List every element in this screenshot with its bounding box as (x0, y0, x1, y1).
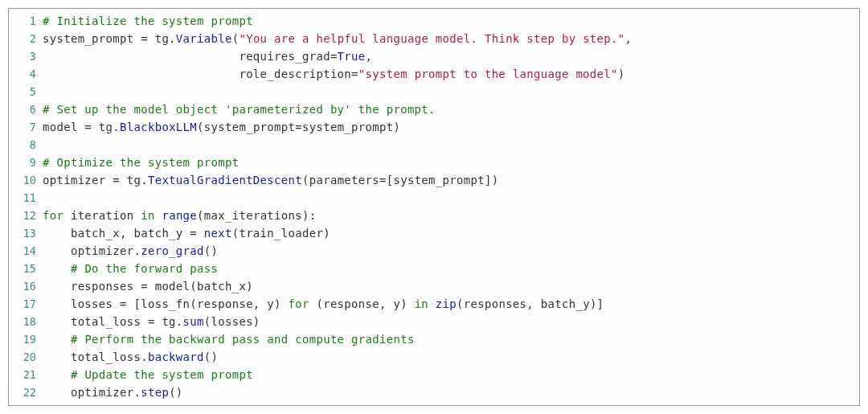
token-str: "You are a helpful language model. Think… (239, 32, 624, 45)
code-content: optimizer.zero_grad() (43, 242, 218, 260)
token-id: total_loss = tg. (43, 315, 183, 328)
code-line: 18 total_loss = tg.sum(losses) (9, 313, 859, 330)
code-content: # Set up the model object 'parameterized… (43, 100, 436, 118)
code-line: 8 (9, 136, 859, 154)
line-number: 12 (9, 207, 43, 224)
code-content: # Initialize the system prompt (43, 12, 253, 30)
token-id: (losses) (204, 315, 260, 328)
line-number: 3 (9, 47, 43, 65)
token-id: () (169, 386, 182, 399)
line-number: 7 (9, 118, 43, 136)
token-id (43, 333, 71, 346)
token-id (43, 368, 71, 381)
code-line: 9# Optimize the system prompt (9, 154, 859, 171)
token-id: responses = model(batch_x) (43, 280, 253, 293)
code-content: # Update the system prompt (43, 366, 253, 383)
token-cm: # Do the forward pass (71, 262, 218, 275)
token-fn: next (204, 227, 232, 240)
line-number: 5 (9, 83, 43, 100)
code-content: # Optimize the system prompt (43, 154, 239, 171)
code-content: # Perform the backward pass and compute … (43, 330, 415, 348)
token-id: role_description= (43, 68, 358, 80)
code-content: optimizer.step() (43, 383, 183, 401)
line-number: 10 (9, 171, 43, 189)
token-id: optimizer = tg. (43, 174, 148, 187)
code-line: 19 # Perform the backward pass and compu… (9, 330, 859, 348)
token-cm: # Update the system prompt (71, 368, 253, 381)
token-kw: in (141, 209, 154, 222)
code-line: 5 (9, 83, 859, 100)
token-id: optimizer. (43, 244, 141, 257)
code-line: 1# Initialize the system prompt (9, 12, 859, 30)
code-line: 7model = tg.BlackboxLLM(system_prompt=sy… (9, 118, 859, 136)
token-fn: sum (183, 315, 204, 328)
line-number: 18 (9, 313, 43, 330)
code-content: model = tg.BlackboxLLM(system_prompt=sys… (43, 118, 400, 136)
token-fn: step (141, 386, 169, 399)
code-block: 1# Initialize the system prompt2system_p… (8, 8, 860, 406)
line-number: 8 (9, 136, 43, 154)
token-id: ) (618, 68, 625, 80)
token-id: batch_x, batch_y = (43, 227, 204, 240)
token-cm: # Optimize the system prompt (43, 156, 239, 169)
code-content: losses = [loss_fn(response, y) for (resp… (43, 295, 604, 313)
token-id: , (366, 50, 373, 63)
token-kw: in (415, 297, 428, 310)
token-id: system_prompt = tg. (43, 32, 176, 45)
token-fn: zero_grad (141, 244, 204, 257)
code-content: requires_grad=True, (43, 47, 372, 65)
line-number: 17 (9, 295, 43, 313)
token-fn: True (338, 50, 366, 63)
code-content: total_loss = tg.sum(losses) (43, 313, 260, 330)
code-content: role_description="system prompt to the l… (43, 65, 625, 83)
token-id: (train_loader) (232, 227, 330, 240)
token-fn: backward (148, 350, 204, 363)
token-id: losses = [loss_fn(response, y) (43, 297, 289, 310)
line-number: 1 (9, 12, 43, 30)
code-content: responses = model(batch_x) (43, 277, 253, 295)
token-id: (system_prompt=system_prompt) (197, 121, 400, 133)
code-line: 15 # Do the forward pass (9, 260, 859, 277)
token-id: () (204, 244, 218, 257)
code-line: 22 optimizer.step() (9, 383, 859, 401)
code-line: 13 batch_x, batch_y = next(train_loader) (9, 224, 859, 242)
code-line: 16 responses = model(batch_x) (9, 277, 859, 295)
token-cm: # Set up the model object 'parameterized… (43, 103, 436, 116)
token-fn: BlackboxLLM (120, 121, 197, 133)
token-fn: range (162, 209, 197, 222)
line-number: 21 (9, 366, 43, 383)
line-number: 11 (9, 189, 43, 207)
token-id: requires_grad= (43, 50, 338, 63)
code-content: for iteration in range(max_iterations): (43, 207, 316, 224)
code-line: 14 optimizer.zero_grad() (9, 242, 859, 260)
code-content: system_prompt = tg.Variable("You are a h… (43, 30, 632, 47)
line-number: 9 (9, 154, 43, 171)
token-id: (responses, batch_y)] (457, 297, 604, 310)
token-kw: for (289, 297, 309, 310)
token-id (43, 262, 71, 275)
code-line: 10optimizer = tg.TextualGradientDescent(… (9, 171, 859, 189)
code-line: 17 losses = [loss_fn(response, y) for (r… (9, 295, 859, 313)
code-line: 21 # Update the system prompt (9, 366, 859, 383)
token-id: (parameters=[system_prompt]) (302, 174, 498, 187)
token-id: (max_iterations): (197, 209, 316, 222)
token-str: "system prompt to the language model" (358, 68, 618, 80)
code-content: batch_x, batch_y = next(train_loader) (43, 224, 330, 242)
line-number: 15 (9, 260, 43, 277)
code-line: 20 total_loss.backward() (9, 348, 859, 366)
line-number: 19 (9, 330, 43, 348)
token-id: () (204, 350, 218, 363)
code-content: total_loss.backward() (43, 348, 218, 366)
token-fn: Variable (176, 32, 232, 45)
token-id: optimizer. (43, 386, 141, 399)
token-cm: # Perform the backward pass and compute … (71, 333, 415, 346)
token-id: (response, y) (309, 297, 415, 310)
line-number: 6 (9, 100, 43, 118)
line-number: 16 (9, 277, 43, 295)
line-number: 13 (9, 224, 43, 242)
line-number: 22 (9, 383, 43, 401)
line-number: 4 (9, 65, 43, 83)
code-line: 2system_prompt = tg.Variable("You are a … (9, 30, 859, 47)
line-number: 14 (9, 242, 43, 260)
token-cm: # Initialize the system prompt (43, 14, 253, 27)
